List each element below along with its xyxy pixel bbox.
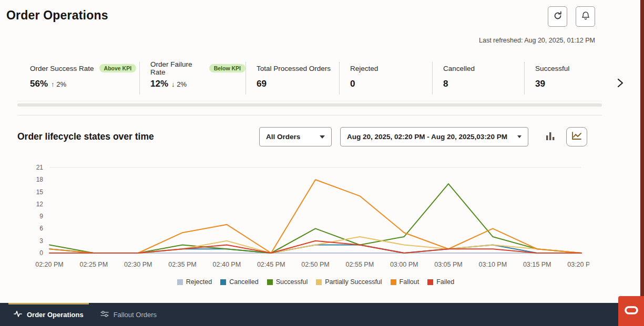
kpi-delta: ↑ 2% (51, 80, 66, 88)
x-tick-label: 02:50 PM (301, 261, 330, 268)
chart-controls: All Orders Aug 20, 2025, 02:20 PM - Aug … (259, 127, 587, 146)
kpi-card-total-processed-orders: Total Processed Orders 69 (246, 62, 339, 94)
kpi-card-rejected: Rejected 0 (339, 62, 432, 94)
refresh-button[interactable] (548, 6, 567, 27)
y-tick-label: 6 (39, 225, 43, 232)
legend-label: Cancelled (229, 278, 259, 286)
x-tick-label: 03:20 PM (567, 261, 589, 268)
y-tick-label: 12 (36, 201, 44, 208)
kpi-label: Total Processed Orders (257, 65, 331, 72)
legend-item-rejected[interactable]: Rejected (177, 278, 212, 286)
tab-label: Fallout Orders (114, 311, 157, 319)
kpi-label: Successful (535, 65, 569, 72)
x-tick-label: 02:40 PM (213, 261, 241, 268)
header-actions (548, 6, 595, 27)
last-refreshed-text: Last refreshed: Aug 20, 2025, 01:12 PM (479, 37, 595, 44)
page-title: Order Operations (6, 8, 108, 23)
notifications-button[interactable] (576, 6, 595, 27)
right-edge-strip (640, 0, 644, 296)
kpi-hairline (17, 101, 602, 101)
bar-chart-view-button[interactable] (542, 129, 559, 145)
chart-section-title: Order lifecycle states over time (17, 131, 154, 142)
order-operations-page: Order Operations Last refreshed: Aug 20,… (0, 0, 644, 326)
x-tick-label: 03:05 PM (434, 261, 463, 268)
kpi-horizontal-scrollbar[interactable] (17, 103, 602, 107)
kpi-value: 12% (150, 79, 168, 89)
chart-section-header: Order lifecycle states over time All Ord… (17, 127, 587, 146)
x-tick-label: 02:20 PM (35, 261, 64, 268)
x-tick-label: 02:45 PM (257, 261, 285, 268)
legend-label: Rejected (186, 278, 212, 286)
orders-filter-dropdown[interactable]: All Orders (259, 127, 332, 146)
y-tick-label: 21 (36, 164, 44, 171)
kpi-card-order-failure-rate: Order Failure Rate Below KPI 12% ↓ 2% (139, 62, 246, 94)
orders-filter-value: All Orders (266, 133, 300, 141)
y-tick-label: 9 (39, 213, 43, 220)
date-range-dropdown[interactable]: Aug 20, 2025, 02:20 PM - Aug 20, 2025,03… (340, 127, 528, 146)
kpi-value: 56% (30, 79, 48, 89)
kpi-label: Cancelled (443, 65, 475, 72)
tab-label: Order Operations (27, 311, 84, 319)
legend-item-successful[interactable]: Successful (267, 278, 308, 286)
kpi-label: Order Failure Rate (150, 60, 204, 76)
series-line-successful (49, 184, 581, 253)
kpi-value: 0 (350, 79, 355, 89)
kpi-strip: Order Success Rate Above KPI 56% ↑ 2% Or… (30, 62, 606, 94)
y-tick-label: 15 (36, 188, 44, 196)
legend-item-failed[interactable]: Failed (427, 278, 454, 286)
line-chart-view-button[interactable] (566, 127, 587, 146)
kpi-card-successful: Successful 39 (524, 62, 576, 94)
section-divider (17, 115, 602, 115)
y-tick-label: 3 (39, 237, 43, 245)
kpi-value: 69 (257, 79, 267, 89)
lifecycle-chart-container: 03691215182102:20 PM02:25 PM02:30 PM02:3… (19, 160, 612, 286)
legend-swatch (316, 279, 322, 285)
down-arrow-icon: ↓ (171, 80, 175, 88)
legend-item-fallout[interactable]: Fallout (391, 278, 420, 286)
kpi-delta: ↓ 2% (171, 80, 187, 88)
chevron-down-icon (517, 135, 522, 138)
legend-label: Successful (276, 278, 308, 286)
x-tick-label: 03:10 PM (479, 261, 507, 268)
x-tick-label: 02:25 PM (80, 261, 108, 268)
filter-sliders-icon (100, 310, 109, 319)
x-tick-label: 03:00 PM (390, 261, 418, 268)
legend-label: Fallout (400, 278, 420, 286)
oracle-assistant-button[interactable] (618, 296, 644, 326)
chevron-right-icon (617, 78, 623, 89)
date-range-value: Aug 20, 2025, 02:20 PM - Aug 20, 2025,03… (347, 133, 507, 141)
kpi-badge: Below KPI (209, 64, 246, 72)
x-tick-label: 02:30 PM (124, 261, 152, 268)
kpi-card-cancelled: Cancelled 8 (432, 62, 524, 94)
y-tick-label: 18 (36, 176, 44, 183)
legend-swatch (427, 279, 433, 285)
legend-swatch (267, 279, 273, 285)
series-line-fallout (49, 180, 581, 253)
x-tick-label: 02:35 PM (168, 261, 197, 268)
y-tick-label: 0 (39, 249, 43, 257)
x-tick-label: 02:55 PM (346, 261, 374, 268)
bell-icon (581, 11, 590, 22)
kpi-card-order-success-rate: Order Success Rate Above KPI 56% ↑ 2% (30, 62, 139, 94)
chart-type-switcher (542, 127, 587, 146)
legend-swatch (220, 279, 226, 285)
kpi-badge: Above KPI (99, 64, 137, 72)
kpi-label: Rejected (350, 65, 378, 72)
kpi-label: Order Success Rate (30, 65, 94, 72)
chart-legend: RejectedCancelledSuccessfulPartially Suc… (19, 278, 612, 286)
legend-swatch (391, 279, 396, 285)
line-chart-icon (571, 131, 582, 142)
legend-label: Failed (436, 278, 454, 286)
kpi-scroll-next-button[interactable] (612, 76, 628, 91)
oracle-logo-icon (624, 306, 639, 317)
bottom-tab-bar: Order Operations Fallout Orders (0, 303, 644, 326)
refresh-icon (553, 11, 563, 22)
legend-item-partially-successful[interactable]: Partially Successful (316, 278, 382, 286)
tab-order-operations[interactable]: Order Operations (5, 303, 92, 326)
kpi-value: 39 (535, 79, 545, 89)
legend-label: Partially Successful (325, 278, 382, 286)
kpi-value: 8 (443, 79, 448, 89)
tab-fallout-orders[interactable]: Fallout Orders (92, 303, 165, 326)
chevron-down-icon (320, 135, 325, 139)
legend-item-cancelled[interactable]: Cancelled (220, 278, 259, 286)
